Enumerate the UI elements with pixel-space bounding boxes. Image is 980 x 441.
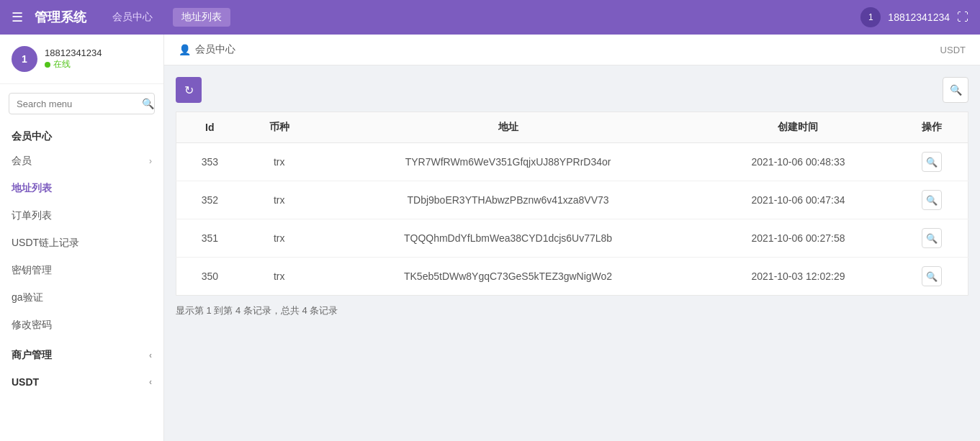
table-row: 350 trx TK5eb5tDWw8YgqC73GeS5kTEZ3gwNigW… [176, 258, 968, 296]
table-toolbar: ↻ 🔍 [176, 77, 968, 103]
cell-id: 351 [176, 219, 243, 258]
table-search-button[interactable]: 🔍 [943, 77, 968, 103]
col-action: 操作 [896, 112, 968, 143]
view-button[interactable]: 🔍 [922, 152, 942, 172]
cell-address: TK5eb5tDWw8YgqC73GeS5kTEZ3gwNigWo2 [315, 258, 701, 296]
table-row: 351 trx TQQQhmDdYfLbmWea38CYD1dcjs6Uv77L… [176, 219, 968, 258]
cell-currency: trx [243, 181, 315, 219]
address-table: Id 币种 地址 创建时间 操作 353 trx TYR7WfRWm6WeV35… [176, 112, 968, 296]
fullscreen-icon[interactable]: ⛶ [957, 11, 968, 24]
sidebar-item-ga-verify[interactable]: ga验证 [0, 284, 163, 312]
table-header-row: Id 币种 地址 创建时间 操作 [176, 112, 968, 143]
cell-id: 350 [176, 258, 243, 296]
hamburger-icon[interactable]: ☰ [12, 9, 23, 25]
cell-created-at: 2021-10-06 00:27:58 [701, 219, 895, 258]
user-avatar-top: 1 [860, 7, 881, 27]
cell-address: TYR7WfRWm6WeV351GfqjxUJ88YPRrD34or [315, 143, 701, 181]
cell-address: TDbj9boER3YTHAbwzPBznw6v41xza8VV73 [315, 181, 701, 219]
table-container: ↻ 🔍 Id 币种 地址 创建时间 操作 353 trx TYR7WfRWm6W [164, 65, 980, 441]
status-dot [45, 62, 50, 68]
user-details: 18812341234 在线 [45, 47, 102, 71]
chevron-down-icon: › [149, 156, 152, 166]
col-created-at: 创建时间 [701, 112, 895, 143]
col-address: 地址 [315, 112, 701, 143]
user-status: 在线 [45, 58, 102, 71]
table-row: 353 trx TYR7WfRWm6WeV351GfqjxUJ88YPRrD34… [176, 143, 968, 181]
pagination-info: 显示第 1 到第 4 条记录，总共 4 条记录 [176, 304, 968, 317]
cell-currency: trx [243, 258, 315, 296]
app-title: 管理系统 [35, 9, 86, 26]
view-button[interactable]: 🔍 [922, 190, 942, 210]
avatar: 1 [12, 46, 37, 72]
cell-created-at: 2021-10-06 00:47:34 [701, 181, 895, 219]
sidebar-item-order-list[interactable]: 订单列表 [0, 202, 163, 229]
user-phone-top: 18812341234 [888, 12, 950, 23]
breadcrumb-text: 会员中心 [195, 43, 235, 56]
person-icon: 👤 [179, 44, 191, 55]
sidebar-item-usdt[interactable]: USDT ‹ [0, 369, 163, 395]
sidebar-item-address-list[interactable]: 地址列表 [0, 175, 163, 202]
cell-action: 🔍 [896, 143, 968, 181]
sidebar-item-usdt-chain[interactable]: USDT链上记录 [0, 229, 163, 257]
cell-currency: trx [243, 219, 315, 258]
table-row: 352 trx TDbj9boER3YTHAbwzPBznw6v41xza8VV… [176, 181, 968, 219]
nav-tab-address-list[interactable]: 地址列表 [173, 8, 230, 27]
cell-currency: trx [243, 143, 315, 181]
col-id: Id [176, 112, 243, 143]
col-currency: 币种 [243, 112, 315, 143]
search-icon: 🔍 [142, 98, 154, 109]
view-button[interactable]: 🔍 [922, 228, 942, 248]
cell-address: TQQQhmDdYfLbmWea38CYD1dcjs6Uv77L8b [315, 219, 701, 258]
search-box[interactable]: 🔍 [9, 93, 155, 114]
breadcrumb-right: USDT [940, 45, 966, 55]
nav-tab-member-center[interactable]: 会员中心 [104, 8, 161, 27]
cell-id: 352 [176, 181, 243, 219]
sidebar-item-key-management[interactable]: 密钥管理 [0, 257, 163, 284]
chevron-left-icon-2: ‹ [149, 377, 152, 387]
user-info: 1 18812341234 在线 [0, 35, 163, 84]
cell-action: 🔍 [896, 219, 968, 258]
status-text: 在线 [53, 58, 71, 71]
sidebar-item-change-password[interactable]: 修改密码 [0, 312, 163, 339]
cell-created-at: 2021-10-03 12:02:29 [701, 258, 895, 296]
cell-action: 🔍 [896, 258, 968, 296]
top-nav-right: 1 18812341234 ⛶ [860, 7, 968, 27]
main-layout: 1 18812341234 在线 🔍 会员中心 会员 › 地址列表 订单列表 [0, 35, 980, 441]
sidebar: 1 18812341234 在线 🔍 会员中心 会员 › 地址列表 订单列表 [0, 35, 164, 441]
content-area: 👤 会员中心 USDT ↻ 🔍 Id 币种 地址 创建时间 操作 [164, 35, 980, 441]
cell-action: 🔍 [896, 181, 968, 219]
refresh-button[interactable]: ↻ [176, 77, 202, 103]
cell-id: 353 [176, 143, 243, 181]
top-navigation: ☰ 管理系统 会员中心 地址列表 1 18812341234 ⛶ [0, 0, 980, 35]
chevron-left-icon: ‹ [149, 350, 152, 360]
search-input[interactable] [17, 99, 138, 109]
sidebar-section-member-center: 会员中心 [0, 123, 163, 147]
user-phone: 18812341234 [45, 47, 102, 58]
sidebar-item-member[interactable]: 会员 › [0, 147, 163, 175]
sidebar-item-merchant-management[interactable]: 商户管理 ‹ [0, 342, 163, 369]
cell-created-at: 2021-10-06 00:48:33 [701, 143, 895, 181]
breadcrumb-left: 👤 会员中心 [179, 43, 235, 56]
view-button[interactable]: 🔍 [922, 266, 942, 286]
breadcrumb: 👤 会员中心 USDT [164, 35, 980, 65]
